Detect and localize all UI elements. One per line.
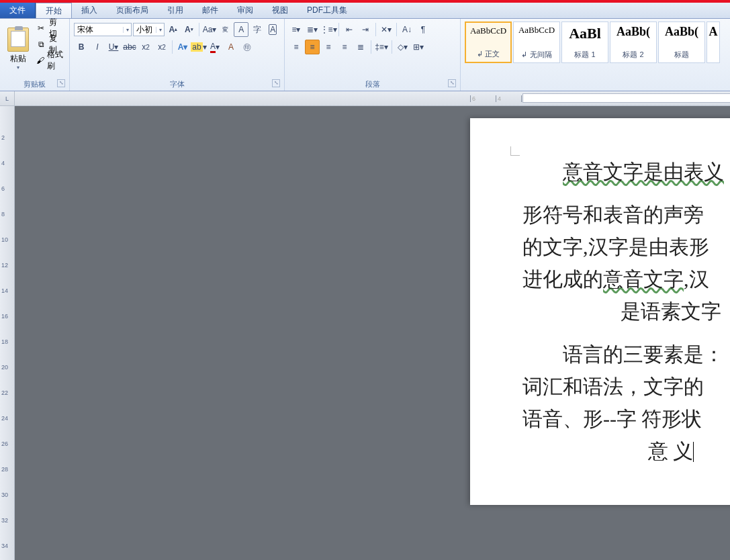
separator [338,23,339,36]
font-color-button[interactable]: A▾ [208,40,222,54]
clipboard-launcher[interactable]: ⤡ [57,79,65,87]
horizontal-ruler[interactable]: 642246810121416182022242628 [15,91,730,106]
style-item-3[interactable]: AaBb(标题 2 [610,21,657,63]
char-border-button[interactable]: A [234,22,248,37]
paragraph-label-text: 段落 [365,80,380,88]
doc-text: 词汇和语法，文字的 [522,375,704,398]
paste-icon [7,28,29,52]
scissors-icon: ✂ [36,23,46,34]
paste-label: 粘贴 [10,53,26,64]
tab-review[interactable]: 审阅 [228,3,263,18]
format-painter-label: 格式刷 [47,49,64,72]
group-paragraph: ≡▾ ≣▾ ⋮≡▾ ⇤ ⇥ ✕▾ A↓ ¶ ≡ ≡ ≡ ≡ ≣ ‡≡▾ [285,19,461,91]
circle-char-button[interactable]: ㊞ [240,40,255,54]
justify-button[interactable]: ≡ [337,40,352,54]
style-item-0[interactable]: AaBbCcD↲ 正文 [465,21,512,63]
doc-paragraph-2[interactable]: 语言的三要素是： [522,338,730,371]
document-area[interactable]: 642246810121416182022242628 意音文字是由表义 形符号… [15,91,730,560]
doc-line[interactable]: 语音、形--字 符形状 [522,403,730,435]
numbering-button[interactable]: ≣▾ [305,22,320,37]
text-direction-button[interactable]: ✕▾ [379,22,394,37]
tab-view[interactable]: 视图 [263,3,298,18]
style-item-partial[interactable]: A [706,21,720,63]
shrink-font-button[interactable]: A▾ [182,22,197,37]
font-launcher[interactable]: ⤡ [272,79,280,87]
show-marks-button[interactable]: ¶ [416,22,430,37]
align-center-button[interactable]: ≡ [305,40,320,54]
tab-mail[interactable]: 邮件 [193,3,228,18]
highlight-button[interactable]: ab▾ [191,40,206,54]
style-sample: AaBbCcD [518,25,555,36]
format-painter-button[interactable]: 🖌 格式刷 [34,52,66,68]
change-case-button[interactable]: Aa▾ [202,22,217,37]
doc-line-center[interactable]: 是语素文字 [522,295,730,328]
doc-text: 是语素文字 [621,300,721,322]
separator [371,40,371,54]
increase-indent-button[interactable]: ⇥ [358,22,373,37]
hruler-page-region [522,93,730,103]
shading-button[interactable]: ◇▾ [395,40,410,54]
font-name-combo[interactable]: 宋体 ▾ [74,23,132,36]
bullets-button[interactable]: ≡▾ [289,22,304,37]
ribbon-tabs: 文件 开始 插入 页面布局 引用 邮件 审阅 视图 PDF工具集 [0,3,730,19]
clipboard-group-label: 剪贴板 ⤡ [3,78,66,91]
tab-pdf-tools[interactable]: PDF工具集 [298,3,357,18]
vertical-ruler[interactable]: L 2468101214161820222426283032343638 [0,91,15,560]
separator [396,23,397,36]
paragraph-group-label: 段落 ⤡ [287,78,457,91]
tab-file[interactable]: 文件 [0,3,36,18]
multilevel-button[interactable]: ⋮≡▾ [321,22,336,37]
style-name: 标题 [674,50,689,60]
phonetic-guide-button[interactable]: 変 [218,22,233,37]
distribute-button[interactable]: ≣ [353,40,368,54]
underline-button[interactable]: U▾ [106,40,121,54]
style-name: 标题 1 [574,50,595,60]
document-page[interactable]: 意音文字是由表义 形符号和表音的声旁 的文字,汉字是由表形 进化成的意音文字,汉… [470,118,730,505]
ruler-corner[interactable]: L [0,91,14,106]
workspace: L 2468101214161820222426283032343638 642… [0,91,730,560]
font-name-value: 宋体 [77,24,123,36]
paragraph-launcher[interactable]: ⤡ [448,79,456,87]
font-group-label: 字体 ⤡ [73,78,281,91]
italic-button[interactable]: I [90,40,105,54]
doc-line[interactable]: 进化成的意音文字,汉 [522,263,730,295]
grow-font-button[interactable]: A▴ [166,22,181,37]
line-spacing-button[interactable]: ‡≡▾ [374,40,389,54]
subscript-button[interactable]: x2 [138,40,153,54]
align-left-button[interactable]: ≡ [289,40,304,54]
style-name: ↲ 正文 [477,49,500,59]
paste-dropdown-icon[interactable]: ▾ [17,64,19,71]
doc-text: 语言的三要素是： [563,343,724,365]
chevron-down-icon: ▾ [123,27,130,33]
doc-paragraph-1[interactable]: 意音文字是由表义 [522,156,730,188]
doc-text: 意音文字是由表义 [563,160,724,183]
style-item-4[interactable]: AaBb(标题 [658,21,705,63]
enclose-char-button[interactable]: A [265,22,280,37]
align-right-button[interactable]: ≡ [321,40,336,54]
font-size-combo[interactable]: 小初 ▾ [133,23,165,36]
doc-line[interactable]: 的文字,汉字是由表形 [522,231,730,263]
paste-button[interactable]: 粘贴 ▾ [3,20,34,78]
clear-format-button[interactable]: A [224,40,238,54]
borders-button[interactable]: ⊞▾ [411,40,426,54]
style-item-1[interactable]: AaBbCcD↲ 无间隔 [513,21,560,63]
text-effects-button[interactable]: A▾ [175,40,190,54]
strikethrough-button[interactable]: abc [122,40,137,54]
superscript-button[interactable]: x2 [154,40,169,54]
tab-page-layout[interactable]: 页面布局 [107,3,158,18]
separator [172,40,173,54]
tab-references[interactable]: 引用 [158,3,193,18]
doc-line[interactable]: 形符号和表音的声旁 [522,199,730,231]
group-clipboard: 粘贴 ▾ ✂ 剪切 ⧉ 复制 🖌 格式刷 剪贴板 ⤡ [0,19,70,91]
bold-button[interactable]: B [74,40,89,54]
doc-line[interactable]: 词汇和语法，文字的 [522,371,730,403]
style-item-2[interactable]: AaBl标题 1 [561,21,608,63]
sort-button[interactable]: A↓ [400,22,414,37]
style-name: ↲ 无间隔 [521,50,551,60]
char-shading-button[interactable]: 字 [250,22,265,37]
decrease-indent-button[interactable]: ⇤ [342,22,357,37]
copy-icon: ⧉ [36,39,46,50]
tab-home[interactable]: 开始 [36,3,72,18]
doc-line-center[interactable]: 意 义 [522,435,730,467]
tab-insert[interactable]: 插入 [72,3,107,18]
